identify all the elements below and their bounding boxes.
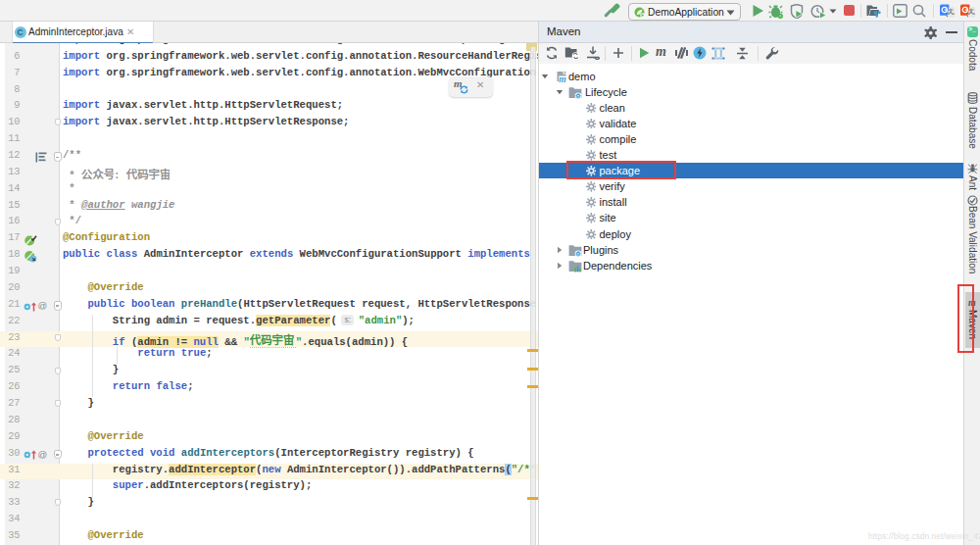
- svg-text:m: m: [559, 74, 565, 82]
